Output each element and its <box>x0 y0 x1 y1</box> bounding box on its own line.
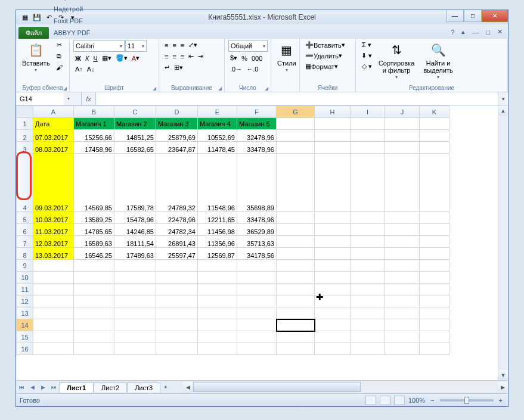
cell[interactable] <box>277 224 315 236</box>
data-cell[interactable]: 11456,98 <box>198 224 237 236</box>
cell[interactable] <box>237 260 277 272</box>
cut-button[interactable]: ✂ <box>54 40 64 50</box>
doc-close[interactable]: ✕ <box>495 27 504 37</box>
view-layout[interactable] <box>380 396 390 405</box>
vertical-scrollbar[interactable]: ▲ ▼ <box>498 105 508 380</box>
data-cell[interactable]: 14569,85 <box>74 154 114 212</box>
cell[interactable] <box>198 295 237 307</box>
inc-decimal[interactable]: .0→ <box>228 64 244 74</box>
data-cell[interactable]: 16546,25 <box>74 248 114 260</box>
row-header-7[interactable]: 7 <box>17 236 33 248</box>
minimize-button[interactable]: — <box>446 10 464 22</box>
row-header-8[interactable]: 8 <box>17 248 33 260</box>
cell[interactable] <box>33 331 74 343</box>
row-header-6[interactable]: 6 <box>17 224 33 236</box>
data-cell[interactable]: 10552,69 <box>198 130 237 142</box>
cell[interactable] <box>420 272 449 284</box>
cell[interactable] <box>351 331 385 343</box>
cell[interactable] <box>114 343 156 355</box>
cell[interactable] <box>114 272 156 284</box>
data-cell[interactable]: 33478,96 <box>237 212 277 224</box>
align-left[interactable]: ≡ <box>163 51 170 61</box>
cell[interactable] <box>385 130 420 142</box>
cell[interactable] <box>33 343 74 355</box>
cell[interactable] <box>198 260 237 272</box>
col-header-F[interactable]: F <box>237 106 277 118</box>
indent-dec[interactable]: ⇤ <box>187 51 196 61</box>
zoom-slider[interactable] <box>440 399 494 402</box>
cell[interactable] <box>315 284 351 295</box>
scroll-up[interactable]: ▲ <box>498 105 508 116</box>
data-cell[interactable]: 16589,63 <box>74 236 114 248</box>
data-cell[interactable]: 17489,63 <box>114 248 156 260</box>
cell[interactable] <box>385 331 420 343</box>
sheet-nav-last[interactable]: ⏭ <box>48 384 59 390</box>
cell[interactable] <box>385 142 420 154</box>
cell[interactable] <box>198 343 237 355</box>
tab-Надстрой[interactable]: Надстрой <box>49 3 95 15</box>
cell[interactable] <box>315 343 351 355</box>
view-break[interactable] <box>394 396 405 405</box>
cell[interactable] <box>351 130 385 142</box>
align-top[interactable]: ≡ <box>163 40 170 50</box>
col-header-G[interactable]: G <box>277 106 315 118</box>
cell[interactable] <box>315 154 351 212</box>
cell[interactable] <box>277 118 315 130</box>
cell[interactable] <box>385 118 420 130</box>
cell[interactable] <box>315 212 351 224</box>
header-cell[interactable]: Магазин 3 <box>156 118 198 130</box>
fx-button[interactable]: fx <box>82 92 96 105</box>
view-normal[interactable] <box>365 396 376 405</box>
row-header-1[interactable]: 1 <box>17 118 33 130</box>
cell[interactable] <box>385 295 420 307</box>
cell[interactable] <box>385 248 420 260</box>
cell[interactable] <box>385 236 420 248</box>
header-cell[interactable]: Магазин 2 <box>114 118 156 130</box>
cell[interactable] <box>351 142 385 154</box>
data-cell[interactable]: 32478,96 <box>237 130 277 142</box>
col-header-H[interactable]: H <box>315 106 351 118</box>
cell[interactable] <box>420 142 449 154</box>
close-button[interactable]: ✕ <box>482 10 508 22</box>
italic-button[interactable]: К <box>83 53 91 63</box>
row-header-2[interactable]: 2 <box>17 130 33 142</box>
cell[interactable] <box>420 154 449 212</box>
cell[interactable] <box>351 272 385 284</box>
tab-Foxit PDF[interactable]: Foxit PDF <box>49 15 95 27</box>
data-cell[interactable]: 14785,65 <box>74 224 114 236</box>
cell[interactable] <box>420 331 449 343</box>
cell[interactable] <box>277 248 315 260</box>
copy-button[interactable]: ⧉ <box>54 51 64 61</box>
cell[interactable] <box>420 307 449 319</box>
col-header-C[interactable]: C <box>114 106 156 118</box>
cell[interactable] <box>277 260 315 272</box>
cell[interactable] <box>315 130 351 142</box>
date-cell[interactable]: 07.03.2017 <box>33 130 74 142</box>
cell[interactable] <box>420 236 449 248</box>
row-header-4[interactable]: 4 <box>17 154 33 212</box>
cell[interactable] <box>351 343 385 355</box>
fill-color[interactable]: 🪣▾ <box>114 53 129 63</box>
col-header-D[interactable]: D <box>156 106 198 118</box>
cell[interactable] <box>385 319 420 331</box>
data-cell[interactable]: 35698,89 <box>237 154 277 212</box>
cell[interactable] <box>420 295 449 307</box>
data-cell[interactable]: 18111,54 <box>114 236 156 248</box>
cell[interactable] <box>420 212 449 224</box>
sheet-tab-Лист2[interactable]: Лист2 <box>94 382 127 393</box>
data-cell[interactable]: 36529,89 <box>237 224 277 236</box>
cell[interactable] <box>315 118 351 130</box>
header-cell[interactable]: Дата <box>33 118 74 130</box>
cell[interactable] <box>156 307 198 319</box>
cell[interactable] <box>277 212 315 224</box>
underline-button[interactable]: Ч <box>91 53 99 63</box>
data-cell[interactable]: 25879,69 <box>156 130 198 142</box>
cell[interactable] <box>114 284 156 295</box>
shrink-font[interactable]: A↓ <box>85 64 97 74</box>
cell[interactable] <box>74 307 114 319</box>
doc-max[interactable]: □ <box>484 27 492 37</box>
cell[interactable] <box>156 343 198 355</box>
currency[interactable]: $▾ <box>228 53 239 63</box>
header-cell[interactable]: Магазин 1 <box>74 118 114 130</box>
cell[interactable] <box>351 284 385 295</box>
